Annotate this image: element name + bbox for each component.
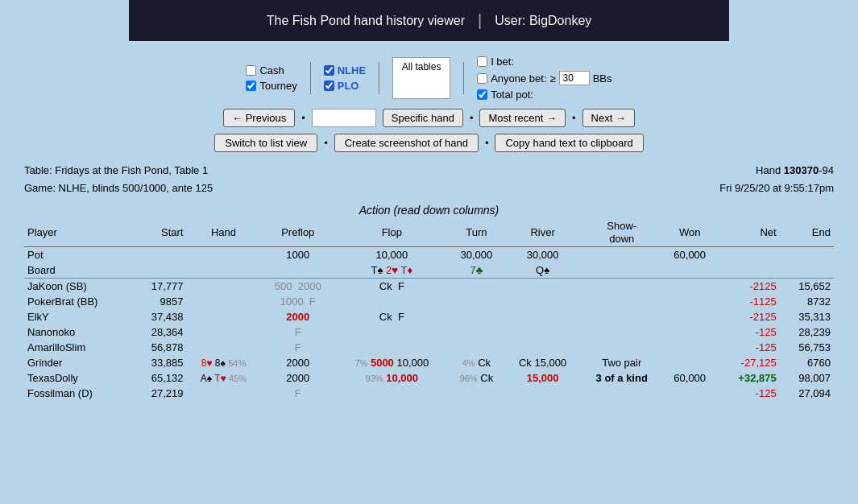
amarillo-turn <box>449 340 505 355</box>
action-section-header: Action (read down columns) <box>24 202 834 218</box>
cash-label[interactable]: Cash <box>246 64 296 76</box>
nanonoko-won <box>663 324 717 340</box>
col-river: River <box>504 218 581 247</box>
col-end: End <box>780 218 834 247</box>
pokerbrat-flop <box>335 294 448 309</box>
amarillo-showdown <box>581 340 663 355</box>
jakoon-preflop: 500 2000 <box>260 279 335 295</box>
texasdolly-turn: 96% Ck <box>449 370 505 386</box>
total-pot-checkbox[interactable] <box>477 89 487 100</box>
plo-checkbox[interactable] <box>324 81 334 91</box>
player-row-grinder: Grinder 33,885 8♥ 8♠ 54% 2000 7% 5000 10… <box>24 355 834 370</box>
texasdolly-hand: A♠ T♥ 45% <box>186 370 260 386</box>
controls-area: Cash Tourney NLHE PLO All tables <box>0 41 858 159</box>
col-hand: Hand <box>186 218 260 247</box>
jakoon-net: -2125 <box>717 279 780 295</box>
jakoon-start: 17,777 <box>132 279 186 295</box>
grinder-name: Grinder <box>24 355 132 370</box>
specific-hand-button[interactable]: Specific hand <box>383 109 463 127</box>
header: The Fish Pond hand history viewer | User… <box>129 0 729 41</box>
player-row-nanonoko: Nanonoko 28,364 F -125 28,239 <box>24 324 834 340</box>
col-flop: Flop <box>335 218 448 247</box>
total-pot-label[interactable]: Total pot: <box>477 89 611 101</box>
grinder-river: Ck 15,000 <box>504 355 581 370</box>
dot-2: • <box>470 112 474 124</box>
dot-3: • <box>572 112 576 124</box>
anyone-bet-checkbox[interactable] <box>477 73 487 84</box>
player-row-jakoon: JaKoon (SB) 17,777 500 2000 Ck F -2125 1… <box>24 279 834 295</box>
nlhe-label[interactable]: NLHE <box>324 64 366 76</box>
nanonoko-turn <box>449 324 505 340</box>
grinder-start: 33,885 <box>132 355 186 370</box>
fossilman-hand <box>186 386 260 401</box>
copy-hand-text-button[interactable]: Copy hand text to clipboard <box>495 134 643 152</box>
fossilman-end: 27,094 <box>780 386 834 401</box>
hand-number-input[interactable] <box>312 109 376 127</box>
player-row-amarilloslim: AmarilloSlim 56,878 F -125 56,753 <box>24 340 834 355</box>
create-screenshot-button[interactable]: Create screenshot of hand <box>334 134 479 152</box>
pokerbrat-showdown <box>581 294 663 309</box>
i-bet-label[interactable]: I bet: <box>477 56 611 68</box>
grinder-flop: 7% 5000 10,000 <box>335 355 448 370</box>
amarillo-preflop: F <box>260 340 335 355</box>
hand-table: Action (read down columns) Player Start … <box>24 202 834 401</box>
dot-1: • <box>301 112 305 124</box>
cash-checkbox[interactable] <box>246 65 256 76</box>
fossilman-start: 27,219 <box>132 386 186 401</box>
nanonoko-start: 28,364 <box>132 324 186 340</box>
next-button[interactable]: Next → <box>582 109 635 127</box>
nanonoko-flop <box>335 324 448 340</box>
fossilman-showdown <box>581 386 663 401</box>
board-label: Board <box>24 262 132 279</box>
col-turn: Turn <box>449 218 505 247</box>
dot-4: • <box>324 137 328 149</box>
tourney-checkbox[interactable] <box>246 81 256 91</box>
jakoon-end: 15,652 <box>780 279 834 295</box>
pot-river: 30,000 <box>504 247 581 263</box>
col-preflop: Preflop <box>260 218 335 247</box>
amarillo-net: -125 <box>717 340 780 355</box>
plo-label[interactable]: PLO <box>324 80 366 92</box>
most-recent-button[interactable]: Most recent → <box>479 109 566 127</box>
nanonoko-preflop: F <box>260 324 335 340</box>
previous-button[interactable]: ← Previous <box>223 109 295 127</box>
col-showdown: Show-down <box>581 218 663 247</box>
jakoon-hand <box>186 279 260 295</box>
jakoon-turn <box>449 279 505 295</box>
nanonoko-hand <box>186 324 260 340</box>
filter-divider-2 <box>379 62 379 94</box>
nanonoko-showdown <box>581 324 663 340</box>
texasdolly-showdown: 3 of a kind <box>581 370 663 386</box>
cash-tourney-group: Cash Tourney <box>246 64 296 92</box>
tourney-label[interactable]: Tourney <box>246 80 296 92</box>
all-tables-box: All tables <box>392 57 450 99</box>
col-start: Start <box>132 218 186 247</box>
fossilman-preflop: F <box>260 386 335 401</box>
i-bet-checkbox[interactable] <box>477 56 487 67</box>
anyone-bet-row: Anyone bet: ≥ BBs <box>477 71 611 85</box>
dot-5: • <box>485 137 489 149</box>
app-title: The Fish Pond hand history viewer <box>267 14 465 28</box>
elky-start: 37,438 <box>132 309 186 324</box>
nlhe-checkbox[interactable] <box>324 65 334 76</box>
board-turn: 7♣ <box>449 262 505 279</box>
board-row: Board T♠ 2♥ T♦ 7♣ Q♠ <box>24 262 834 279</box>
elky-end: 35,313 <box>780 309 834 324</box>
pokerbrat-turn <box>449 294 505 309</box>
switch-to-list-button[interactable]: Switch to list view <box>214 134 317 152</box>
amarillo-hand <box>186 340 260 355</box>
elky-net: -2125 <box>717 309 780 324</box>
texasdolly-net: +32,875 <box>717 370 780 386</box>
grinder-hand: 8♥ 8♠ 54% <box>186 355 260 370</box>
anyone-bet-value[interactable] <box>559 71 590 85</box>
elky-preflop: 2000 <box>260 309 335 324</box>
pot-row: Pot 1000 10,000 30,000 30,000 60,000 <box>24 247 834 263</box>
texasdolly-end: 98,007 <box>780 370 834 386</box>
board-river: Q♠ <box>504 262 581 279</box>
pokerbrat-hand <box>186 294 260 309</box>
amarillo-river <box>504 340 581 355</box>
fossilman-net: -125 <box>717 386 780 401</box>
fossilman-turn <box>449 386 505 401</box>
actions-row: Switch to list view • Create screenshot … <box>214 134 644 152</box>
pokerbrat-start: 9857 <box>132 294 186 309</box>
